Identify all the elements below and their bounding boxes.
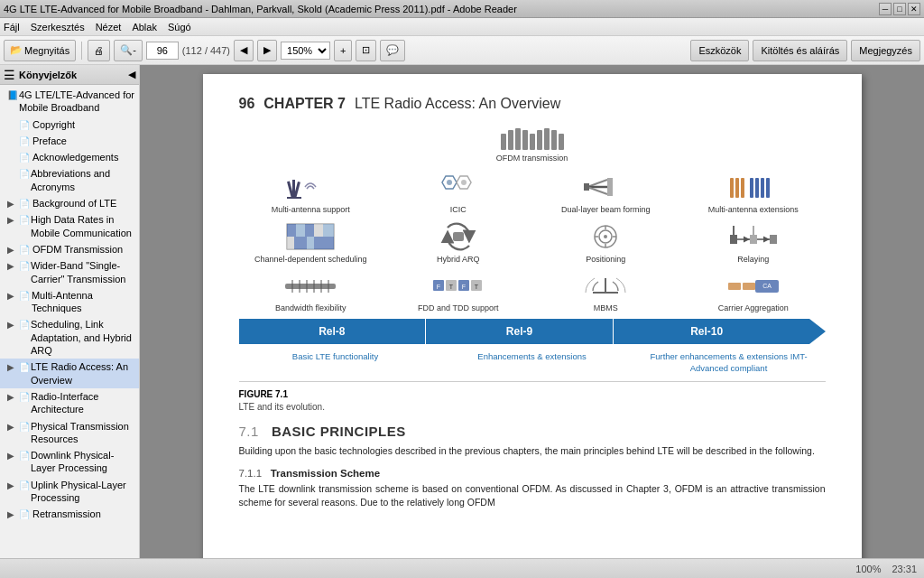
cell-multi-antenna: Multi-antenna support [239,171,383,215]
ofdm-icon [501,126,564,152]
fit-page-button[interactable]: ⊡ [356,40,376,61]
page-number: 96 [239,96,255,112]
positioning-label: Positioning [586,255,625,265]
figure-number: FIGURE 7.1 [239,389,288,399]
sidebar-content: 📘 4G LTE/LTE-Advanced for Mobile Broadba… [0,85,139,558]
dual-layer-icon [578,171,633,203]
cell-carrier-agg: CA Carrier Aggregation [681,269,826,313]
svg-rect-7 [551,130,557,150]
pdf-page: 96 CHAPTER 7 LTE Radio Access: An Overvi… [203,74,862,558]
menu-sugo[interactable]: Súgó [168,22,191,33]
section-7-1-1-body: The LTE downlink transmission scheme is … [239,482,826,511]
arrow-head [809,319,826,344]
harq-label: Hybrid ARQ [437,255,480,265]
page-icon-4: 📄 [19,168,28,180]
sidebar-item-lteradio[interactable]: ▶ 📄 LTE Radio Access: An Overview [0,359,139,388]
svg-rect-21 [607,178,613,196]
svg-point-42 [604,235,607,238]
page-icon-1: 📄 [19,119,30,131]
sidebar-item-ofdm[interactable]: ▶ 📄 OFDM Transmission [0,241,139,257]
status-time: 23:31 [892,564,917,574]
svg-rect-35 [287,237,294,249]
figure-caption: LTE and its evolution. [239,402,325,412]
folder-icon: 📂 [10,44,23,56]
sidebar-item-background[interactable]: ▶ 📄 Background of LTE [0,195,139,211]
menu-szerkesztes[interactable]: Szerkesztés [31,22,85,33]
cell-icic: ICIC [386,171,531,215]
sidebar-item-radiointerface[interactable]: ▶ 📄 Radio-Interface Architecture [0,388,139,418]
scheduling-icon [283,220,337,253]
page-icon-8: 📄 [19,260,28,272]
next-page-button[interactable]: ▶ [257,40,277,61]
svg-rect-36 [294,237,307,249]
page-icon-7: 📄 [19,244,30,256]
rel8-segment: Rel-8 [239,319,426,344]
sidebar-item-retransmission[interactable]: ▶ 📄 Retransmission [0,506,139,522]
zoom-out-button[interactable]: 🔍- [114,40,143,61]
svg-rect-24 [741,178,744,198]
sidebar-item-preface[interactable]: 📄 Preface [0,133,139,149]
subsection-header-7-1-1: 7.1.1 Transmission Scheme [239,468,826,479]
minimize-button[interactable]: ─ [879,3,892,15]
sidebar-item-downlink[interactable]: ▶ 📄 Downlink Physical-Layer Processing [0,447,139,477]
menu-ablak[interactable]: Ablak [132,22,157,33]
close-button[interactable]: ✕ [908,3,920,15]
fill-sign-button[interactable]: Kitöltés és aláírás [753,40,847,61]
rel9-segment: Rel-9 [426,319,613,344]
toolbar: 📂 Megnyitás 🖨 🔍- (112 / 447) ◀ ▶ 150% 10… [0,36,924,65]
open-button[interactable]: 📂 Megnyitás [4,40,76,61]
sidebar-item-abbreviations[interactable]: 📄 Abbreviations and Acronyms [0,165,139,195]
sidebar-item-copyright[interactable]: 📄 Copyright [0,117,139,133]
zoom-select[interactable]: 150% 100% 75% 50% [281,42,330,60]
sidebar-item-highdata[interactable]: ▶ 📄 High Data Rates in Mobile Communicat… [0,211,139,241]
tools-button[interactable]: Eszközök [690,40,749,61]
svg-rect-34 [323,224,334,237]
svg-rect-37 [307,237,314,249]
sidebar-item-book[interactable]: 📘 4G LTE/LTE-Advanced for Mobile Broadba… [0,87,139,117]
page-icon-16: 📄 [19,508,30,520]
zoom-in-button[interactable]: + [334,40,352,61]
carrier-agg-label: Carrier Aggregation [718,303,789,313]
svg-rect-30 [287,224,296,237]
svg-rect-72 [743,283,755,290]
menu-fajl[interactable]: Fájl [4,22,20,33]
main-area: ☰ Könyvjelzők ◀ 📘 4G LTE/LTE-Advanced fo… [0,65,924,558]
doc-icon: 📘 [7,89,16,101]
print-button[interactable]: 🖨 [88,40,110,61]
svg-rect-3 [522,130,528,150]
svg-rect-32 [305,224,314,237]
titlebar-text: 4G LTE LTE-Advanced for Mobile Broadband… [4,4,517,14]
cell-positioning: Positioning [534,220,679,265]
svg-rect-27 [761,178,764,198]
cell-mbms: MBMS [534,269,679,313]
maximize-button[interactable]: □ [893,3,906,15]
sidebar-toggle-icon[interactable]: ☰ [4,68,15,82]
titlebar-controls: ─ □ ✕ [879,3,920,15]
release-bar-wrapper: Rel-8 Rel-9 Rel-10 [239,319,826,344]
sidebar-item-scheduling[interactable]: ▶ 📄 Scheduling, Link Adaptation, and Hyb… [0,316,139,359]
page-icon-9: 📄 [19,290,29,302]
sidebar-item-acknowledgements[interactable]: 📄 Acknowledgements [0,149,139,165]
prev-page-button[interactable]: ◀ [234,40,254,61]
toolbar-right: Eszközök Kitöltés és aláírás Megjegyzés [690,40,920,61]
page-icon-11: 📄 [19,361,28,373]
rel9-desc: Enhancements & extensions [436,351,629,374]
section-header-7-1: 7.1 BASIC PRINCIPLES [239,424,826,439]
svg-rect-1 [508,130,513,150]
svg-rect-5 [537,130,542,150]
page-number-input[interactable] [146,42,179,60]
multi-antenna-icon [283,171,337,203]
comment-tool-button[interactable]: 💬 [380,40,405,61]
menu-nezet[interactable]: Nézet [96,22,122,33]
sidebar-item-physical[interactable]: ▶ 📄 Physical Transmission Resources [0,418,139,448]
comment-button[interactable]: Megjegyzés [851,40,920,61]
svg-rect-47 [730,235,737,244]
sidebar-item-wideband[interactable]: ▶ 📄 Wider-Band "Single-Carrier" Transmis… [0,257,139,287]
ofdm-label: OFDM transmission [496,154,568,163]
mbms-label: MBMS [594,303,618,313]
sidebar-item-multiantenna[interactable]: ▶ 📄 Multi-Antenna Techniques [0,287,139,317]
chapter-title: LTE Radio Access: An Overview [355,96,560,112]
sidebar-collapse-icon[interactable]: ◀ [128,69,135,80]
sidebar-item-uplink[interactable]: ▶ 📄 Uplink Physical-Layer Processing [0,477,139,507]
svg-text:F: F [437,284,440,290]
